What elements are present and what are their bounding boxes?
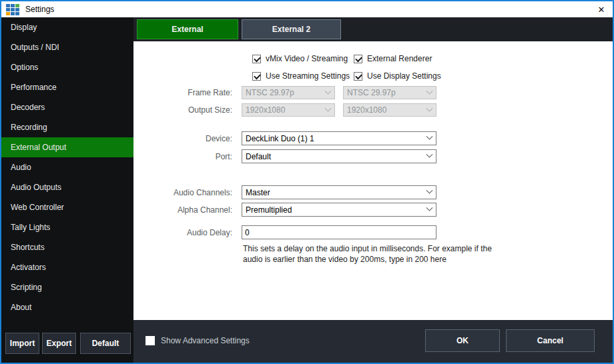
sidebar-item-shortcuts[interactable]: Shortcuts	[1, 237, 133, 257]
show-advanced-settings-option: Show Advanced Settings	[145, 336, 250, 345]
sidebar-item-tally-lights[interactable]: Tally Lights	[1, 217, 133, 237]
use-streaming-settings-label: Use Streaming Settings	[266, 71, 350, 81]
sidebar-item-decoders[interactable]: Decoders	[1, 97, 133, 117]
logo-cell	[6, 8, 10, 11]
output-size-row: Output Size: 1920x1080 1920x1080	[133, 103, 613, 117]
use-display-settings-checkbox[interactable]	[354, 72, 362, 81]
alpha-channel-label: Alpha Channel:	[133, 205, 242, 215]
title-bar: Settings ✕	[1, 1, 613, 17]
output-size-select-2: 1920x1080	[343, 103, 436, 117]
audio-channels-select[interactable]: Master	[242, 185, 436, 199]
frame-rate-value-1: NTSC 29.97p	[246, 88, 326, 97]
logo-cell	[11, 8, 15, 11]
sidebar-item-audio-outputs[interactable]: Audio Outputs	[1, 177, 133, 197]
show-advanced-settings-label: Show Advanced Settings	[161, 336, 250, 345]
frame-rate-select-2: NTSC 29.97p	[343, 86, 436, 99]
vmix-logo-icon	[6, 4, 19, 15]
external-renderer-label: External Renderer	[367, 54, 432, 63]
tab-external-2[interactable]: External 2	[242, 19, 341, 39]
settings-window: Settings ✕ Display Outputs / NDI Options…	[0, 0, 614, 364]
sidebar-item-web-controller[interactable]: Web Controller	[1, 197, 133, 217]
port-value: Default	[246, 152, 427, 161]
sidebar-item-display[interactable]: Display	[1, 17, 133, 37]
logo-cell	[11, 12, 15, 15]
vmix-video-streaming-label: vMix Video / Streaming	[266, 54, 348, 63]
use-streaming-settings-option: Use Streaming Settings	[252, 71, 354, 81]
output-size-label: Output Size:	[133, 105, 242, 115]
logo-cell	[15, 12, 19, 15]
cancel-button[interactable]: Cancel	[506, 329, 595, 352]
sidebar-item-outputs-ndi[interactable]: Outputs / NDI	[1, 37, 133, 57]
chevron-down-icon	[426, 105, 433, 111]
checkbox-row-2: Use Streaming Settings Use Display Setti…	[252, 71, 613, 81]
use-display-settings-label: Use Display Settings	[367, 71, 441, 81]
audio-delay-help-text: This sets a delay on the audio input in …	[243, 243, 497, 265]
main-area: Display Outputs / NDI Options Performanc…	[1, 17, 613, 363]
logo-cell	[15, 8, 19, 11]
alpha-channel-value: Premultiplied	[246, 205, 427, 215]
chevron-down-icon	[426, 87, 433, 94]
output-size-value-2: 1920x1080	[347, 105, 427, 115]
logo-cell	[11, 4, 15, 7]
device-value: DeckLink Duo (1) 1	[246, 134, 427, 143]
sidebar-item-external-output[interactable]: External Output	[1, 137, 133, 157]
audio-channels-row: Audio Channels: Master	[133, 185, 613, 199]
ok-button[interactable]: OK	[425, 329, 500, 352]
device-label: Device:	[133, 134, 242, 143]
frame-rate-row: Frame Rate: NTSC 29.97p NTSC 29.97p	[133, 86, 613, 99]
sidebar-item-recording[interactable]: Recording	[1, 117, 133, 137]
audio-channels-value: Master	[246, 188, 427, 197]
tab-bar: External External 2	[133, 17, 613, 41]
external-renderer-option: External Renderer	[354, 54, 455, 63]
output-size-value-1: 1920x1080	[246, 105, 326, 115]
close-icon[interactable]: ✕	[590, 1, 613, 17]
footer-bar: Show Advanced Settings OK Cancel	[133, 320, 613, 363]
sidebar-item-performance[interactable]: Performance	[1, 77, 133, 97]
vmix-video-streaming-option: vMix Video / Streaming	[252, 54, 354, 63]
frame-rate-select-1: NTSC 29.97p	[242, 86, 335, 99]
logo-cell	[6, 4, 10, 7]
checkbox-row-1: vMix Video / Streaming External Renderer	[252, 53, 613, 64]
export-button[interactable]: Export	[42, 333, 76, 354]
port-label: Port:	[133, 152, 242, 161]
port-select[interactable]: Default	[242, 149, 436, 163]
sidebar: Display Outputs / NDI Options Performanc…	[1, 17, 133, 363]
window-title: Settings	[25, 5, 54, 14]
chevron-down-icon	[426, 187, 433, 194]
sidebar-item-scripting[interactable]: Scripting	[1, 277, 133, 297]
sidebar-item-options[interactable]: Options	[1, 57, 133, 77]
sidebar-item-audio[interactable]: Audio	[1, 157, 133, 177]
external-renderer-checkbox[interactable]	[354, 55, 362, 63]
import-button[interactable]: Import	[5, 333, 39, 354]
tab-external[interactable]: External	[137, 19, 238, 39]
chevron-down-icon	[325, 105, 332, 111]
audio-delay-row: Audio Delay:	[133, 225, 613, 239]
sidebar-item-about[interactable]: About	[1, 297, 133, 317]
show-advanced-settings-checkbox[interactable]	[145, 336, 155, 345]
audio-delay-input[interactable]	[242, 225, 436, 239]
output-size-select-1: 1920x1080	[242, 103, 335, 117]
audio-delay-label: Audio Delay:	[133, 228, 242, 237]
external-output-panel: vMix Video / Streaming External Renderer…	[133, 41, 613, 320]
chevron-down-icon	[325, 87, 332, 94]
chevron-down-icon	[426, 151, 433, 158]
device-select[interactable]: DeckLink Duo (1) 1	[242, 131, 436, 145]
alpha-channel-row: Alpha Channel: Premultiplied	[133, 203, 613, 217]
chevron-down-icon	[426, 133, 433, 140]
vmix-video-streaming-checkbox[interactable]	[252, 55, 261, 63]
frame-rate-label: Frame Rate:	[133, 88, 242, 97]
logo-cell	[15, 4, 19, 7]
chevron-down-icon	[426, 205, 433, 211]
device-row: Device: DeckLink Duo (1) 1	[133, 131, 613, 145]
default-button[interactable]: Default	[80, 333, 131, 354]
frame-rate-value-2: NTSC 29.97p	[347, 88, 427, 97]
use-streaming-settings-checkbox[interactable]	[252, 72, 261, 81]
content-area: External External 2 vMix Video / Streami…	[133, 17, 613, 363]
use-display-settings-option: Use Display Settings	[354, 71, 455, 81]
audio-channels-label: Audio Channels:	[133, 188, 242, 197]
port-row: Port: Default	[133, 149, 613, 163]
logo-cell	[6, 12, 10, 15]
alpha-channel-select[interactable]: Premultiplied	[242, 203, 436, 217]
sidebar-item-activators[interactable]: Activators	[1, 257, 133, 277]
